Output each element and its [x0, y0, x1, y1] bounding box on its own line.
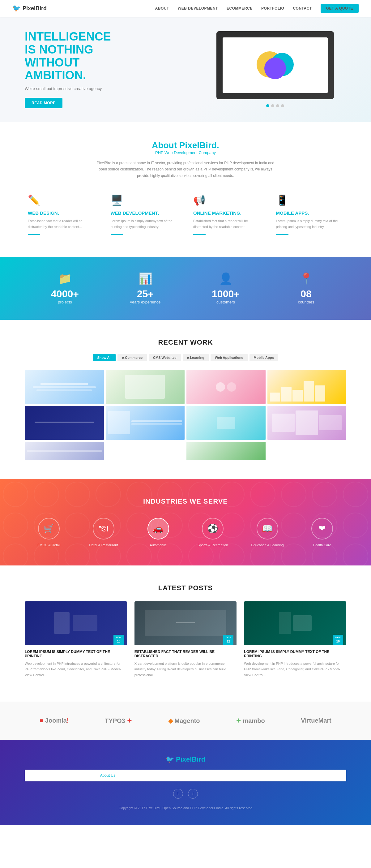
- countries-icon: 📍: [266, 272, 346, 285]
- footer-link-about[interactable]: About Us: [100, 773, 115, 778]
- industry-hotel[interactable]: 🍽 Hotel & Restaurant: [79, 518, 128, 547]
- post-card-3[interactable]: NOV 10 LOREM IPSUM IS SIMPLY DUMMY TEXT …: [244, 601, 346, 683]
- filter-cms[interactable]: CMS Websites: [149, 354, 181, 361]
- filter-elearning[interactable]: e-Learning: [183, 354, 209, 361]
- carousel-dot-2[interactable]: [271, 104, 274, 107]
- service-bar-3: [193, 234, 206, 235]
- portfolio-item-3[interactable]: [187, 370, 266, 404]
- footer: 🐦 PixelBird About Us Services Web Develo…: [0, 740, 371, 825]
- industry-automobile[interactable]: 🚗 Automobile: [134, 518, 182, 547]
- stat-experience: 📊 25+ years experience: [105, 272, 186, 304]
- post-image-1: NOV 10: [25, 601, 127, 645]
- fmcg-icon: 🛒: [38, 518, 60, 539]
- partners-section: ■ Joomla! TYPO3 ✦ ◆ Magento ✦ mambo Virt…: [0, 702, 371, 740]
- experience-label: years experience: [105, 300, 186, 304]
- industry-sports[interactable]: ⚽ Sports & Recreation: [189, 518, 237, 547]
- industry-healthcare[interactable]: ❤ Health Care: [298, 518, 346, 547]
- industry-education[interactable]: 📖 Education & Learning: [243, 518, 292, 547]
- partner-typo3[interactable]: TYPO3 ✦: [105, 717, 132, 724]
- partner-virtuemart[interactable]: VirtueMart: [301, 717, 331, 724]
- portfolio-item-4[interactable]: [267, 370, 346, 404]
- post-content-1: LOREM IPSUM IS SIMPLY DUMMY TEXT OF THE …: [25, 645, 127, 683]
- partner-joomla[interactable]: ■ Joomla!: [40, 717, 69, 724]
- countries-number: 08: [266, 288, 346, 300]
- customers-label: customers: [186, 300, 266, 304]
- portfolio-item-7[interactable]: [187, 406, 266, 440]
- logo[interactable]: 🐦 PixelBird: [12, 4, 47, 12]
- footer-link-webdev[interactable]: Web Development: [142, 773, 172, 778]
- projects-icon: 📁: [25, 272, 105, 285]
- hero-text: INTELLIGENCE IS NOTHING WITHOUT AMBITION…: [25, 30, 142, 108]
- web-design-icon: ✏️: [28, 194, 95, 206]
- projects-number: 4000+: [25, 288, 105, 300]
- chart-visual: [257, 51, 294, 79]
- industry-fmcg[interactable]: 🛒 FMCG & Retail: [25, 518, 73, 547]
- customers-icon: 👤: [186, 272, 266, 285]
- about-subtitle: PHP Web Development Company: [25, 150, 346, 155]
- nav-webdev[interactable]: Web Development: [178, 6, 218, 10]
- read-more-button[interactable]: READ MORE: [25, 98, 63, 108]
- service-web-development: 🖥️ WEB DEVELOPMENT. Lorem Ipsum is simpl…: [108, 191, 181, 238]
- footer-twitter-link[interactable]: t: [188, 789, 198, 799]
- get-quote-button[interactable]: Get A Quote: [321, 4, 359, 13]
- carousel-dot-4[interactable]: [281, 104, 284, 107]
- industries-grid: 🛒 FMCG & Retail 🍽 Hotel & Restaurant 🚗 A…: [25, 518, 346, 547]
- post-desc-2: X-cart development platform is quite pop…: [134, 661, 237, 678]
- service-title-2: WEB DEVELOPMENT.: [111, 210, 178, 216]
- about-section: About PixelBird. PHP Web Development Com…: [0, 122, 371, 257]
- work-section: RECENT WORK Show All e-Commerce CMS Webs…: [0, 320, 371, 479]
- footer-link-sitemap[interactable]: Sitemap: [238, 773, 252, 778]
- posts-grid: NOV 10 LOREM IPSUM IS SIMPLY DUMMY TEXT …: [25, 601, 346, 683]
- carousel-dot-1[interactable]: [266, 104, 269, 107]
- portfolio-grid-row2: [25, 406, 346, 440]
- monitor-mockup: [216, 31, 334, 99]
- nav-contact[interactable]: Contact: [293, 6, 312, 10]
- fmcg-label: FMCG & Retail: [25, 543, 73, 547]
- education-icon: 📖: [257, 518, 278, 539]
- carousel-dot-3[interactable]: [276, 104, 279, 107]
- automobile-icon: 🚗: [147, 518, 169, 539]
- filter-mobileapps[interactable]: Mobile Apps: [249, 354, 278, 361]
- work-title: RECENT WORK: [25, 338, 346, 346]
- footer-nav: About Us Services Web Development eComme…: [25, 770, 346, 781]
- portfolio-item-2[interactable]: [106, 370, 185, 404]
- post-card-2[interactable]: OCT 12 ESTABLISHED FACT THAT READER WILL…: [134, 601, 237, 683]
- nav-ecommerce[interactable]: Ecommerce: [227, 6, 252, 10]
- post-date-2: OCT 12: [223, 635, 233, 644]
- portfolio-item-5[interactable]: [25, 406, 104, 440]
- portfolio-item-9[interactable]: [25, 442, 104, 460]
- hotel-icon: 🍽: [93, 518, 114, 539]
- service-desc-1: Established fact that a reader will be d…: [28, 218, 95, 229]
- nav-about[interactable]: About: [155, 6, 169, 10]
- partner-mambo[interactable]: ✦ mambo: [236, 717, 265, 724]
- filter-show-all[interactable]: Show All: [93, 354, 115, 361]
- portfolio-item-8[interactable]: [267, 406, 346, 440]
- footer-link-ecommerce[interactable]: eCommerce: [179, 773, 199, 778]
- filter-webapps[interactable]: Web Applications: [210, 354, 248, 361]
- service-bar-1: [28, 234, 40, 235]
- footer-facebook-link[interactable]: f: [173, 789, 183, 799]
- footer-link-contact[interactable]: Contact: [258, 773, 271, 778]
- partner-magento[interactable]: ◆ Magento: [168, 717, 200, 724]
- industries-title: INDUSTRIES WE SERVE: [25, 497, 346, 505]
- hero-heading: INTELLIGENCE IS NOTHING WITHOUT AMBITION…: [25, 30, 142, 82]
- projects-label: projects: [25, 300, 105, 304]
- about-description: PixelBird is a prominent name in IT sect…: [96, 160, 275, 179]
- portfolio-empty-2: [267, 442, 346, 460]
- footer-link-portfolio[interactable]: Portfolio: [205, 773, 218, 778]
- footer-link-blog[interactable]: Blog: [225, 773, 232, 778]
- hero-section: INTELLIGENCE IS NOTHING WITHOUT AMBITION…: [0, 17, 371, 122]
- portfolio-item-10[interactable]: [187, 442, 266, 460]
- portfolio-item-1[interactable]: [25, 370, 104, 404]
- education-label: Education & Learning: [243, 543, 292, 547]
- nav-portfolio[interactable]: Portfolio: [261, 6, 284, 10]
- service-web-design: ✏️ WEB DESIGN. Established fact that a r…: [25, 191, 98, 238]
- service-title-3: ONLINE MARKETING.: [193, 210, 261, 216]
- filter-tabs: Show All e-Commerce CMS Websites e-Learn…: [25, 354, 346, 361]
- post-card-1[interactable]: NOV 10 LOREM IPSUM IS SIMPLY DUMMY TEXT …: [25, 601, 127, 683]
- industries-section: INDUSTRIES WE SERVE 🛒 FMCG & Retail 🍽 Ho…: [0, 479, 371, 565]
- web-dev-icon: 🖥️: [111, 194, 178, 206]
- filter-ecommerce[interactable]: e-Commerce: [117, 354, 147, 361]
- footer-link-services[interactable]: Services: [122, 773, 136, 778]
- portfolio-item-6[interactable]: [106, 406, 185, 440]
